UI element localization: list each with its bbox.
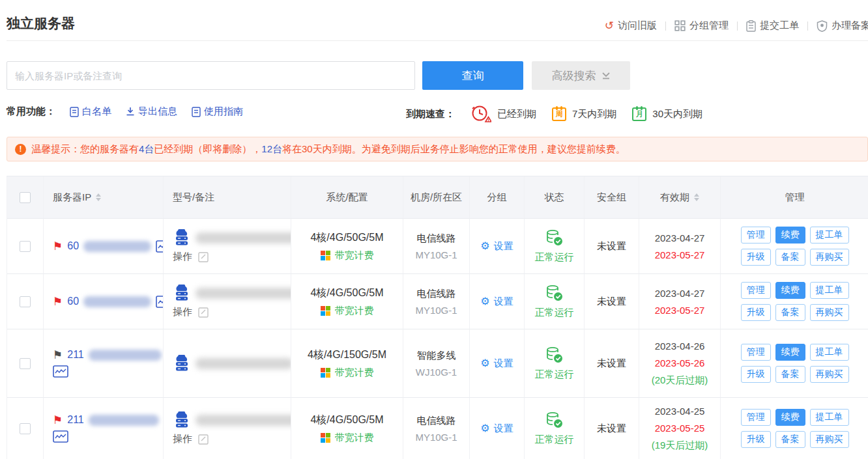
blurred-ip: [83, 296, 151, 307]
header-room: 机房/所在区: [403, 176, 470, 219]
blurred-model: [195, 358, 291, 369]
manage-button[interactable]: 管理: [741, 227, 771, 243]
manage-button[interactable]: 管理: [741, 344, 771, 361]
ticket-button[interactable]: 提工单: [810, 227, 849, 243]
server-icon: [173, 229, 191, 246]
config-cell: 4核/4G/50G/5M 带宽计费: [291, 274, 403, 329]
traffic-chart-icon[interactable]: [156, 296, 164, 308]
sort-icon[interactable]: [694, 193, 699, 201]
row-checkbox[interactable]: [20, 241, 31, 252]
operate-label: 操作: [173, 306, 192, 318]
server-ip[interactable]: 211: [67, 349, 84, 361]
blurred-ip: [89, 350, 162, 361]
query-button[interactable]: 查询: [422, 61, 523, 90]
renew-button[interactable]: 续费: [775, 227, 805, 243]
submit-ticket-link[interactable]: 提交工单: [746, 20, 799, 32]
upgrade-button[interactable]: 升级: [741, 431, 771, 448]
header-config: 系统/配置: [291, 176, 403, 219]
record-button[interactable]: 备案: [775, 249, 805, 266]
row-checkbox[interactable]: [20, 358, 31, 369]
function-row: 常用功能： 白名单 导出信息 使用指南 到期速查： 已经到期 周 7天内到: [7, 105, 868, 122]
expired-filter[interactable]: 已经到期: [470, 105, 536, 123]
group-setting-link[interactable]: ⚙设置: [480, 357, 513, 370]
rebuy-button[interactable]: 再购买: [810, 304, 849, 321]
header-security: 安全组: [585, 176, 639, 219]
header-validity[interactable]: 有效期: [639, 176, 721, 219]
ip-cell: ⚑ 211: [44, 398, 164, 459]
divider: [665, 21, 666, 31]
renew-button[interactable]: 续费: [775, 344, 805, 361]
ticket-button[interactable]: 提工单: [810, 282, 849, 299]
record-button[interactable]: 备案: [775, 366, 805, 383]
traffic-chart-icon[interactable]: [156, 240, 164, 253]
manage-cell: 管理 续费 提工单 升级 备案 再购买: [721, 329, 868, 398]
blurred-model: [195, 415, 291, 426]
blurred-model: [195, 232, 291, 243]
record-button[interactable]: 备案: [775, 431, 805, 448]
whitelist-link[interactable]: 白名单: [70, 105, 111, 118]
renew-button[interactable]: 续费: [775, 409, 805, 426]
advanced-search-label: 高级搜索: [552, 68, 596, 83]
blurred-model: [195, 288, 291, 299]
calendar-month-icon: 月: [632, 107, 646, 121]
gear-icon: ⚙: [480, 358, 489, 369]
expiry-quick-check: 到期速查： 已经到期 周 7天内到期 月 30天内到期: [406, 102, 702, 126]
status-cell: 正常运行: [525, 219, 585, 274]
security-cell: 未设置: [585, 274, 639, 329]
traffic-chart-icon[interactable]: [53, 430, 68, 443]
group-setting-link[interactable]: ⚙设置: [480, 423, 513, 435]
upgrade-button[interactable]: 升级: [741, 249, 771, 266]
status-ok-icon: [545, 411, 563, 429]
manage-cell: 管理 续费 提工单 升级 备案 再购买: [721, 274, 868, 329]
sort-icon[interactable]: [96, 193, 101, 201]
config-cell: 4核/4G/50G/5M 带宽计费: [291, 219, 403, 274]
search-input[interactable]: [7, 61, 415, 90]
windows-icon: [321, 433, 330, 443]
group-setting-link[interactable]: ⚙设置: [480, 240, 513, 253]
server-ip[interactable]: 60: [67, 240, 79, 252]
edit-icon[interactable]: [198, 252, 209, 262]
rebuy-button[interactable]: 再购买: [810, 249, 849, 266]
guide-link[interactable]: 使用指南: [192, 105, 243, 118]
model-cell: 操作: [164, 274, 291, 329]
rebuy-button[interactable]: 再购买: [810, 366, 849, 383]
server-ip[interactable]: 60: [67, 296, 79, 307]
traffic-chart-icon[interactable]: [53, 365, 68, 378]
status-ok-icon: [545, 285, 563, 302]
upgrade-button[interactable]: 升级: [741, 366, 771, 383]
edit-icon[interactable]: [198, 307, 209, 318]
row-checkbox[interactable]: [20, 296, 31, 307]
filing-link[interactable]: 办理备案: [817, 20, 868, 32]
rebuy-button[interactable]: 再购买: [810, 431, 849, 448]
expiry-check-label: 到期速查：: [406, 108, 455, 120]
export-link[interactable]: 导出信息: [126, 105, 177, 118]
manage-button[interactable]: 管理: [741, 282, 771, 299]
row-checkbox[interactable]: [20, 423, 31, 434]
renew-button[interactable]: 续费: [775, 282, 805, 299]
guide-label: 使用指南: [204, 105, 243, 118]
manage-cell: 管理 续费 提工单 升级 备案 再购买: [721, 219, 868, 274]
advanced-search-button[interactable]: 高级搜索: [532, 61, 630, 90]
week-expiry-filter[interactable]: 周 7天内到期: [552, 107, 616, 121]
ticket-button[interactable]: 提工单: [810, 344, 849, 361]
server-ip[interactable]: 211: [67, 414, 84, 426]
select-all-checkbox[interactable]: [20, 192, 31, 203]
notice-text: 温馨提示：您的服务器有4台已经到期（即将删除），12台将在30天内到期。为避免到…: [31, 143, 626, 156]
server-table: 服务器IP 型号/备注 系统/配置 机房/所在区 分组 状态 安全组 有效期 管…: [7, 176, 868, 459]
upgrade-button[interactable]: 升级: [741, 304, 771, 321]
manage-button[interactable]: 管理: [741, 409, 771, 426]
table-row: ⚑ 60 操作 4核/4G/50G/5M: [7, 274, 868, 329]
page-title: 独立服务器: [7, 14, 75, 33]
group-manage-link[interactable]: 分组管理: [674, 20, 729, 32]
edit-icon[interactable]: [198, 434, 209, 445]
group-setting-link[interactable]: ⚙设置: [480, 296, 513, 308]
header-ip[interactable]: 服务器IP: [44, 176, 164, 219]
record-button[interactable]: 备案: [775, 304, 805, 321]
month-expiry-filter[interactable]: 月 30天内到期: [632, 107, 702, 121]
ip-cell: ⚑ 211: [44, 329, 164, 398]
header-model: 型号/备注: [164, 176, 291, 219]
security-cell: 未设置: [585, 398, 639, 459]
expired-label: 已经到期: [497, 108, 536, 120]
old-version-link[interactable]: ↺ 访问旧版: [605, 20, 657, 32]
ticket-button[interactable]: 提工单: [810, 409, 849, 426]
